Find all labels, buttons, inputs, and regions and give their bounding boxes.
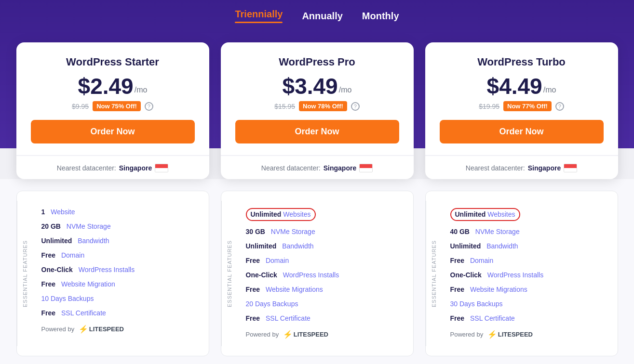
help-icon-starter[interactable]: ? [145, 102, 153, 111]
plan-top-pro: WordPress Pro $3.49 /mo $15.95 Now 78% O… [221, 42, 414, 156]
list-item: Free SSL Certificate [41, 306, 201, 320]
list-item: 40 GB NVMe Storage [450, 224, 610, 239]
sg-flag-turbo [564, 164, 577, 172]
list-item: 10 Days Backups [41, 291, 201, 306]
original-price-pro: $15.95 [274, 103, 295, 110]
order-btn-turbo[interactable]: Order Now [440, 120, 604, 143]
original-price-starter: $9.95 [72, 103, 89, 110]
original-price-turbo: $19.95 [479, 103, 499, 110]
tab-annually[interactable]: Annually [302, 11, 342, 24]
price-amount-turbo: $4.49 [487, 75, 542, 97]
list-item: Unlimited Websites [246, 205, 405, 224]
essential-label-pro: Essential features [221, 201, 237, 346]
order-btn-starter[interactable]: Order Now [31, 120, 195, 143]
datacenter-city-turbo: Singapore [528, 164, 561, 172]
list-item: Free Website Migrations [246, 282, 405, 297]
list-item: Powered by ⚡LITESPEED [246, 325, 405, 342]
list-item: One-Click WordPress Installs [41, 262, 201, 277]
list-item: One-Click WordPress Installs [246, 268, 405, 282]
price-period-turbo: /mo [543, 86, 556, 94]
plans-container: WordPress Starter $2.49 /mo $9.95 Now 75… [0, 33, 634, 179]
list-item: Free Domain [41, 248, 201, 262]
features-list-pro: Unlimited Websites 30 GB NVMe Storage Un… [237, 201, 413, 346]
features-list-starter: 1 Website 20 GB NVMe Storage Unlimited B… [33, 201, 209, 346]
price-period-starter: /mo [135, 86, 148, 94]
list-item: 30 GB NVMe Storage [246, 224, 405, 239]
list-item: One-Click WordPress Installs [450, 268, 610, 282]
list-item: Free SSL Certificate [450, 311, 610, 325]
features-section: Essential features 1 Website 20 GB NVMe … [0, 179, 634, 364]
header-tabs: Triennially Annually Monthly [0, 0, 634, 33]
price-period-pro: /mo [339, 86, 352, 94]
list-item: Free Domain [450, 253, 610, 268]
price-meta-turbo: $19.95 Now 77% Off! ? [440, 101, 604, 111]
list-item: 30 Days Backups [450, 297, 610, 311]
list-item: Unlimited Bandwidth [450, 239, 610, 253]
plan-card-starter: WordPress Starter $2.49 /mo $9.95 Now 75… [16, 42, 209, 179]
plan-top-starter: WordPress Starter $2.49 /mo $9.95 Now 75… [16, 42, 209, 156]
plan-top-turbo: WordPress Turbo $4.49 /mo $19.95 Now 77%… [425, 42, 618, 156]
sg-flag-pro [359, 164, 373, 172]
litespeed-logo-pro: Powered by ⚡LITESPEED [246, 330, 329, 339]
datacenter-label-starter: Nearest datacenter: [57, 164, 116, 172]
litespeed-logo-starter: Powered by ⚡LITESPEED [41, 325, 124, 334]
features-card-starter: Essential features 1 Website 20 GB NVMe … [16, 191, 209, 356]
plan-name-turbo: WordPress Turbo [440, 56, 604, 68]
list-item: Free Website Migration [41, 277, 201, 291]
plan-price-turbo: $4.49 /mo [440, 75, 604, 97]
datacenter-starter: Nearest datacenter: Singapore [16, 156, 209, 179]
features-wrapper: Essential features 1 Website 20 GB NVMe … [0, 179, 634, 364]
features-list-turbo: Unlimited Websites 40 GB NVMe Storage Un… [442, 201, 618, 346]
list-item: Powered by ⚡LITESPEED [41, 320, 201, 337]
datacenter-pro: Nearest datacenter: Singapore [221, 156, 414, 179]
discount-badge-pro: Now 78% Off! [299, 101, 347, 111]
price-amount-pro: $3.49 [283, 75, 338, 97]
plan-name-pro: WordPress Pro [235, 56, 399, 68]
discount-badge-turbo: Now 77% Off! [503, 101, 552, 111]
datacenter-label-pro: Nearest datacenter: [261, 164, 321, 172]
plan-price-pro: $3.49 /mo [235, 75, 399, 97]
plan-price-starter: $2.49 /mo [31, 75, 195, 97]
plan-card-pro: WordPress Pro $3.49 /mo $15.95 Now 78% O… [221, 42, 414, 179]
datacenter-turbo: Nearest datacenter: Singapore [425, 156, 618, 179]
plan-name-starter: WordPress Starter [31, 56, 195, 68]
datacenter-city-pro: Singapore [324, 164, 356, 172]
list-item: Free Website Migrations [450, 282, 610, 297]
list-item: 20 Days Backups [246, 297, 405, 311]
datacenter-city-starter: Singapore [119, 164, 152, 172]
list-item: Unlimited Bandwidth [246, 239, 405, 253]
litespeed-logo-turbo: Powered by ⚡LITESPEED [450, 330, 533, 339]
help-icon-turbo[interactable]: ? [555, 102, 564, 111]
features-card-turbo: Essential features Unlimited Websites 40… [425, 191, 618, 356]
essential-label-starter: Essential features [17, 201, 33, 346]
list-item: 20 GB NVMe Storage [41, 219, 201, 234]
price-meta-starter: $9.95 Now 75% Off! ? [31, 101, 195, 111]
sg-flag-starter [155, 164, 168, 172]
tab-triennially[interactable]: Triennially [235, 9, 283, 25]
price-amount-starter: $2.49 [78, 75, 134, 97]
list-item: 1 Website [41, 205, 201, 219]
list-item: Unlimited Websites [450, 205, 610, 224]
discount-badge-starter: Now 75% Off! [93, 101, 141, 111]
plan-card-turbo: WordPress Turbo $4.49 /mo $19.95 Now 77%… [425, 42, 618, 179]
features-card-pro: Essential features Unlimited Websites 30… [221, 191, 414, 356]
datacenter-label-turbo: Nearest datacenter: [466, 164, 525, 172]
help-icon-pro[interactable]: ? [351, 102, 360, 111]
order-btn-pro[interactable]: Order Now [235, 120, 399, 143]
list-item: Unlimited Bandwidth [41, 234, 201, 248]
essential-label-turbo: Essential features [426, 201, 442, 346]
list-item: Free Domain [246, 253, 405, 268]
list-item: Free SSL Certificate [246, 311, 405, 325]
tab-monthly[interactable]: Monthly [362, 11, 399, 24]
price-meta-pro: $15.95 Now 78% Off! ? [235, 101, 399, 111]
list-item: Powered by ⚡LITESPEED [450, 325, 610, 342]
